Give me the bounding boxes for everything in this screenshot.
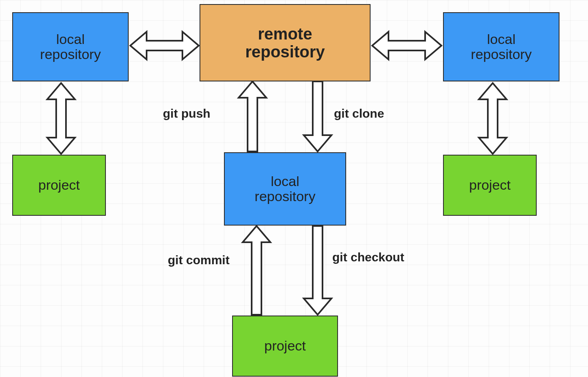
node-local-repository-center-label: localrepository — [255, 174, 315, 204]
arrow-git-push — [239, 81, 266, 151]
node-project-right-label: project — [469, 178, 511, 193]
arrow-remote-local-left — [130, 32, 199, 59]
node-project-center-label: project — [264, 338, 306, 353]
arrow-git-checkout — [304, 226, 331, 315]
label-git-checkout: git checkout — [332, 250, 404, 264]
arrow-git-commit — [243, 226, 270, 315]
node-project-left-label: project — [38, 178, 80, 193]
arrow-remote-local-right — [372, 32, 441, 59]
diagram-canvas: remoterepository localrepository localre… — [0, 0, 588, 377]
node-local-repository-right: localrepository — [443, 12, 559, 81]
node-local-repository-center: localrepository — [224, 152, 346, 226]
node-project-left: project — [12, 155, 106, 216]
arrow-local-left-project-left — [47, 83, 75, 154]
arrow-git-clone — [304, 81, 331, 151]
label-git-clone: git clone — [334, 107, 384, 121]
node-remote-repository-label: remoterepository — [245, 25, 325, 61]
node-project-right: project — [443, 155, 537, 216]
node-local-repository-left: localrepository — [12, 12, 129, 81]
arrow-local-right-project-right — [479, 83, 507, 154]
node-local-repository-right-label: localrepository — [471, 32, 531, 62]
node-remote-repository: remoterepository — [200, 4, 371, 81]
node-local-repository-left-label: localrepository — [40, 32, 101, 62]
node-project-center: project — [232, 316, 338, 377]
label-git-push: git push — [163, 107, 211, 121]
label-git-commit: git commit — [168, 253, 230, 267]
